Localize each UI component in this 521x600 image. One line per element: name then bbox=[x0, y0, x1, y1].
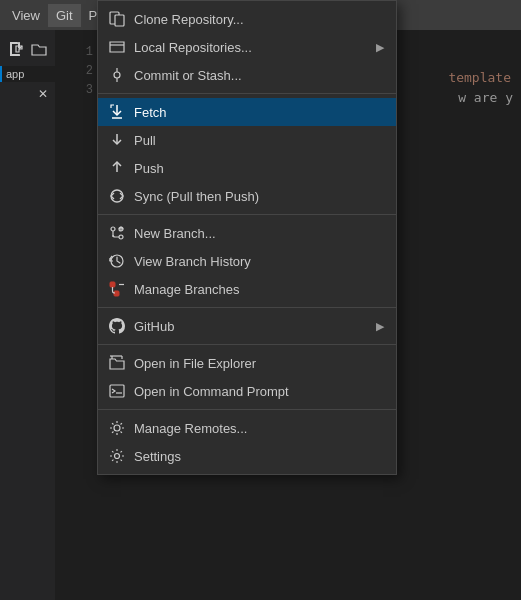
separator-4 bbox=[98, 344, 396, 345]
menu-git[interactable]: Git bbox=[48, 4, 81, 27]
new-branch-icon bbox=[108, 224, 126, 242]
menu-item-open-cmd[interactable]: Open in Command Prompt bbox=[98, 377, 396, 405]
file-explorer-icon bbox=[108, 354, 126, 372]
background-greeting-text: w are y bbox=[458, 90, 513, 105]
new-file-icon[interactable] bbox=[4, 38, 26, 60]
menu-item-view-history[interactable]: View Branch History bbox=[98, 247, 396, 275]
sync-icon bbox=[108, 187, 126, 205]
clone-icon bbox=[108, 10, 126, 28]
panel-close-button[interactable]: ✕ bbox=[33, 84, 53, 104]
menu-item-manage-branches[interactable]: Manage Branches bbox=[98, 275, 396, 303]
submenu-arrow-github: ▶ bbox=[376, 320, 384, 333]
svg-rect-3 bbox=[18, 42, 20, 48]
menu-item-clone[interactable]: Clone Repository... bbox=[98, 5, 396, 33]
git-dropdown-menu: Clone Repository... Local Repositories..… bbox=[97, 0, 397, 475]
submenu-arrow-local-repos: ▶ bbox=[376, 41, 384, 54]
push-icon bbox=[108, 159, 126, 177]
svg-rect-2 bbox=[10, 54, 20, 56]
sidebar: app ✕ bbox=[0, 30, 55, 600]
svg-point-15 bbox=[111, 227, 115, 231]
settings-icon bbox=[108, 447, 126, 465]
separator-2 bbox=[98, 214, 396, 215]
panel-app-label: app bbox=[6, 68, 51, 80]
menu-item-open-explorer[interactable]: Open in File Explorer bbox=[98, 349, 396, 377]
folder-icon[interactable] bbox=[28, 38, 50, 60]
menu-item-pull[interactable]: Pull bbox=[98, 126, 396, 154]
menu-item-manage-remotes[interactable]: Manage Remotes... bbox=[98, 414, 396, 442]
menu-item-settings[interactable]: Settings bbox=[98, 442, 396, 470]
manage-remotes-icon bbox=[108, 419, 126, 437]
history-icon bbox=[108, 252, 126, 270]
separator-3 bbox=[98, 307, 396, 308]
manage-branches-icon bbox=[108, 280, 126, 298]
separator-1 bbox=[98, 93, 396, 94]
fetch-icon bbox=[108, 103, 126, 121]
menu-item-push[interactable]: Push bbox=[98, 154, 396, 182]
pull-icon bbox=[108, 131, 126, 149]
menu-view[interactable]: View bbox=[4, 4, 48, 27]
separator-5 bbox=[98, 409, 396, 410]
menu-item-local-repos[interactable]: Local Repositories... ▶ bbox=[98, 33, 396, 61]
local-repos-icon bbox=[108, 38, 126, 56]
menu-item-fetch[interactable]: Fetch bbox=[98, 98, 396, 126]
github-icon bbox=[108, 317, 126, 335]
svg-point-32 bbox=[114, 425, 120, 431]
svg-rect-23 bbox=[110, 282, 115, 287]
svg-point-16 bbox=[119, 235, 123, 239]
svg-rect-7 bbox=[115, 15, 124, 26]
menu-item-new-branch[interactable]: New Branch... bbox=[98, 219, 396, 247]
command-prompt-icon bbox=[108, 382, 126, 400]
svg-rect-30 bbox=[110, 385, 124, 397]
svg-point-33 bbox=[115, 454, 120, 459]
background-template-text: template bbox=[448, 70, 511, 85]
menu-item-commit-stash[interactable]: Commit or Stash... bbox=[98, 61, 396, 89]
menu-item-github[interactable]: GitHub ▶ bbox=[98, 312, 396, 340]
commit-stash-icon bbox=[108, 66, 126, 84]
menu-item-sync[interactable]: Sync (Pull then Push) bbox=[98, 182, 396, 210]
svg-point-8 bbox=[114, 72, 120, 78]
svg-rect-1 bbox=[10, 42, 12, 56]
